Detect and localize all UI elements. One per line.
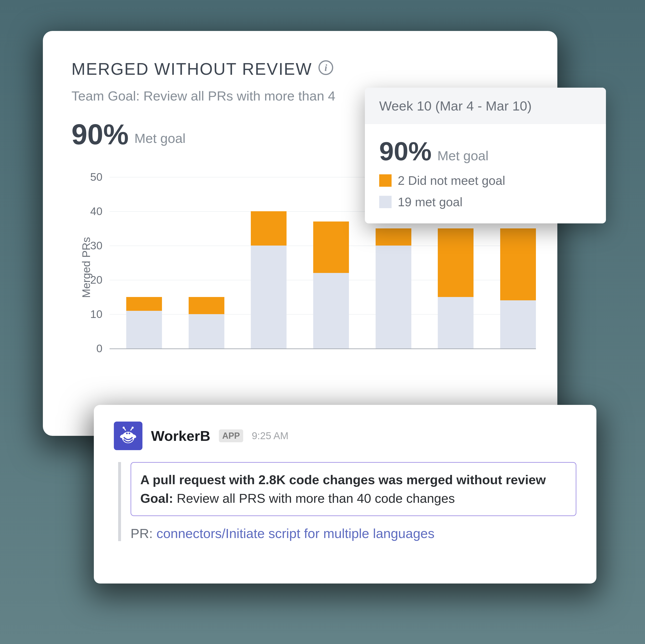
bar-segment-not-met <box>313 221 349 273</box>
bar[interactable] <box>189 297 224 349</box>
legend-met-label: 19 met goal <box>398 195 463 209</box>
y-tick: 30 <box>83 239 102 252</box>
tooltip-header: Week 10 (Mar 4 - Mar 10) <box>365 88 606 124</box>
alert-goal-text: Review all PRS with more than 40 code ch… <box>173 491 455 505</box>
svg-point-5 <box>123 427 125 429</box>
svg-point-1 <box>126 433 128 434</box>
slack-body: A pull request with 2.8K code changes wa… <box>118 462 577 541</box>
alert-goal-prefix: Goal: <box>140 491 173 505</box>
pr-link[interactable]: connectors/Initiate script for multiple … <box>157 526 434 541</box>
svg-point-6 <box>132 427 134 429</box>
bar-segment-met <box>251 246 286 349</box>
bar[interactable] <box>438 228 473 349</box>
svg-point-2 <box>129 433 130 434</box>
bar-segment-met <box>126 311 162 349</box>
bar-segment-not-met <box>376 228 411 246</box>
bar-segment-not-met <box>251 211 286 246</box>
alert-line1: A pull request with 2.8K code changes wa… <box>140 472 546 487</box>
slack-app-name: WorkerB <box>151 428 210 444</box>
bar-segment-met <box>189 314 224 349</box>
pr-row: PR: connectors/Initiate script for multi… <box>131 525 577 541</box>
slack-time: 9:25 AM <box>252 430 288 442</box>
y-tick: 10 <box>83 308 102 320</box>
legend-met: 19 met goal <box>379 195 592 209</box>
summary-percent: 90% <box>71 118 129 151</box>
card-title: MERGED WITHOUT REVIEW <box>71 59 312 78</box>
y-tick: 40 <box>83 205 102 218</box>
workerb-icon <box>114 422 143 450</box>
week-tooltip-card: Week 10 (Mar 4 - Mar 10) 90% Met goal 2 … <box>365 88 606 223</box>
y-tick: 20 <box>83 273 102 286</box>
tooltip-percent: 90% <box>379 136 432 166</box>
bar[interactable] <box>251 211 286 349</box>
bar[interactable] <box>126 297 162 349</box>
slack-header: WorkerB APP 9:25 AM <box>114 422 577 450</box>
slack-message-card: WorkerB APP 9:25 AM A pull request with … <box>94 405 596 584</box>
y-tick: 0 <box>83 342 102 355</box>
bar-segment-not-met <box>189 297 224 314</box>
bar[interactable] <box>376 228 411 349</box>
bar-segment-not-met <box>126 297 162 311</box>
tooltip-met-label: Met goal <box>437 148 488 163</box>
bar-segment-not-met <box>500 228 536 300</box>
bar[interactable] <box>313 221 349 349</box>
pr-prefix: PR: <box>131 526 157 541</box>
bar-segment-not-met <box>438 228 473 297</box>
info-icon[interactable]: i <box>318 60 333 75</box>
y-tick: 50 <box>83 171 102 183</box>
bar-segment-met <box>313 273 349 349</box>
swatch-not-met-icon <box>379 174 392 187</box>
bar[interactable] <box>500 228 536 349</box>
legend-not-met: 2 Did not meet goal <box>379 173 592 188</box>
legend-not-met-label: 2 Did not meet goal <box>398 173 505 188</box>
summary-label: Met goal <box>134 131 186 146</box>
alert-box: A pull request with 2.8K code changes wa… <box>131 462 577 516</box>
bar-segment-met <box>500 300 536 349</box>
bar-segment-met <box>376 246 411 349</box>
swatch-met-icon <box>379 196 392 208</box>
app-badge: APP <box>219 429 243 442</box>
bar-segment-met <box>438 297 473 349</box>
